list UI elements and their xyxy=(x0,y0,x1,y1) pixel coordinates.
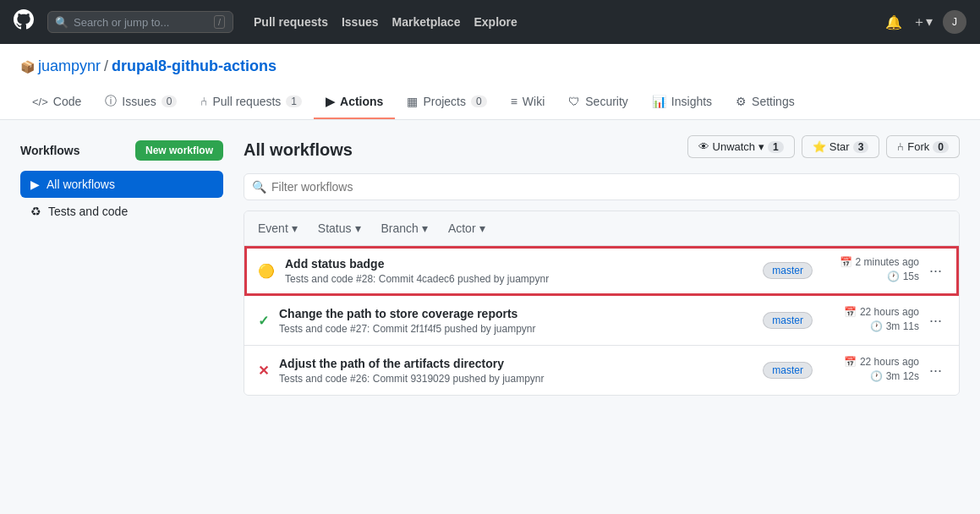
all-workflows-icon: ▶ xyxy=(30,178,40,191)
sidebar: Workflows New workflow ▶ All workflows ♻… xyxy=(20,140,223,396)
tab-actions[interactable]: ▶ Actions xyxy=(314,85,395,119)
event-chevron-icon: ▾ xyxy=(292,221,298,235)
search-input[interactable] xyxy=(74,16,209,29)
filter-input-wrapper: 🔍 xyxy=(244,173,960,200)
run-1-duration: 15s xyxy=(903,271,919,282)
repo-icon: 📦 xyxy=(20,60,35,74)
run-1-time-ago: 2 minutes ago xyxy=(856,256,919,268)
run-3-duration: 3m 12s xyxy=(886,370,919,382)
settings-icon: ⚙ xyxy=(736,95,747,108)
sidebar-item-all-workflows-label: All workflows xyxy=(47,178,115,191)
fork-button[interactable]: ⑃ Fork 0 xyxy=(886,135,960,158)
run-2-meta: Tests and code #27: Commit 2f1f4f5 pushe… xyxy=(279,323,749,335)
sidebar-item-tests-and-code[interactable]: ♻ Tests and code xyxy=(20,198,223,225)
search-icon: 🔍 xyxy=(55,16,68,29)
run-2-more-button[interactable]: ··· xyxy=(926,309,945,333)
avatar[interactable]: J xyxy=(943,10,966,34)
unwatch-count: 1 xyxy=(768,141,784,153)
fork-icon: ⑃ xyxy=(897,140,904,153)
run-3-title[interactable]: Adjust the path of the artifacts directo… xyxy=(279,357,749,370)
run-1-more-button[interactable]: ··· xyxy=(926,259,945,283)
repo-tabs: </> Code ⓘ Issues 0 ⑃ Pull requests 1 ▶ … xyxy=(20,85,960,119)
actions-icon: ▶ xyxy=(326,95,335,108)
run-3-more-button[interactable]: ··· xyxy=(926,358,945,383)
filter-status-button[interactable]: Status ▾ xyxy=(318,218,371,238)
clock-icon-3: 🕐 xyxy=(870,370,883,382)
fork-count: 0 xyxy=(933,141,949,153)
run-item-1: 🟡 Add status badge Tests and code #28: C… xyxy=(244,246,959,296)
runs-wrapper: Event ▾ Status ▾ Branch ▾ Actor ▾ 🟡 xyxy=(244,211,960,396)
breadcrumb: 📦 juampynr / drupal8-github-actions xyxy=(20,57,960,75)
clock-icon-2: 🕐 xyxy=(870,320,883,332)
run-1-branch[interactable]: master xyxy=(763,262,813,279)
search-box[interactable]: 🔍 / xyxy=(47,11,233,33)
top-navigation: 🔍 / Pull requests Issues Marketplace Exp… xyxy=(0,0,980,44)
nav-explore[interactable]: Explore xyxy=(474,15,517,29)
eye-icon: 👁 xyxy=(698,140,709,153)
tab-insights[interactable]: 📊 Insights xyxy=(640,85,724,119)
run-1-info: Add status badge Tests and code #28: Com… xyxy=(285,257,749,285)
issues-icon: ⓘ xyxy=(105,94,117,109)
repo-actions: 👁 Unwatch ▾ 1 ⭐ Star 3 ⑃ Fork 0 xyxy=(687,135,960,158)
run-1-status-icon: 🟡 xyxy=(258,263,275,279)
add-button[interactable]: ＋▾ xyxy=(912,14,933,31)
star-icon: ⭐ xyxy=(813,140,826,153)
unwatch-dropdown-icon: ▾ xyxy=(758,140,764,153)
filter-branch-button[interactable]: Branch ▾ xyxy=(381,218,438,238)
slash-shortcut: / xyxy=(214,15,225,29)
run-1-time: 📅 2 minutes ago 🕐 15s xyxy=(826,256,919,285)
run-3-status-icon: ✕ xyxy=(258,363,269,379)
projects-icon: ▦ xyxy=(407,95,418,108)
actor-chevron-icon: ▾ xyxy=(479,221,485,235)
run-2-duration: 3m 11s xyxy=(886,320,919,332)
run-3-branch[interactable]: master xyxy=(763,362,813,379)
run-2-branch[interactable]: master xyxy=(763,312,813,329)
github-logo[interactable] xyxy=(14,9,34,35)
breadcrumb-separator: / xyxy=(104,57,108,75)
star-count: 3 xyxy=(853,141,869,153)
filter-actor-button[interactable]: Actor ▾ xyxy=(448,218,495,238)
filter-event-button[interactable]: Event ▾ xyxy=(258,218,308,238)
calendar-icon-1: 📅 xyxy=(840,256,852,268)
notifications-button[interactable]: 🔔 xyxy=(885,14,902,30)
repo-name-link[interactable]: drupal8-github-actions xyxy=(112,57,276,75)
run-item-3: ✕ Adjust the path of the artifacts direc… xyxy=(244,346,959,395)
tab-projects[interactable]: ▦ Projects 0 xyxy=(395,85,498,119)
calendar-icon-3: 📅 xyxy=(844,356,857,368)
run-item-2: ✓ Change the path to store coverage repo… xyxy=(244,296,959,346)
tab-settings[interactable]: ⚙ Settings xyxy=(724,85,807,119)
clock-icon-1: 🕐 xyxy=(887,271,900,282)
filter-input[interactable] xyxy=(244,173,960,200)
status-chevron-icon: ▾ xyxy=(355,221,361,235)
sidebar-item-all-workflows[interactable]: ▶ All workflows xyxy=(20,171,223,198)
sidebar-item-tests-label: Tests and code xyxy=(48,205,128,218)
run-1-title[interactable]: Add status badge xyxy=(285,257,749,271)
star-label: Star xyxy=(829,140,850,153)
run-3-info: Adjust the path of the artifacts directo… xyxy=(279,357,749,385)
workflow-area: All workflows 🔍 Event ▾ Status ▾ Branch … xyxy=(244,140,960,396)
unwatch-button[interactable]: 👁 Unwatch ▾ 1 xyxy=(687,135,795,158)
run-2-time-ago: 22 hours ago xyxy=(860,306,919,318)
tab-security[interactable]: 🛡 Security xyxy=(556,85,640,119)
sidebar-header: Workflows New workflow xyxy=(20,140,223,161)
nav-marketplace[interactable]: Marketplace xyxy=(392,15,461,29)
tab-code[interactable]: </> Code xyxy=(20,85,93,119)
tab-pull-requests[interactable]: ⑃ Pull requests 1 xyxy=(189,85,314,119)
fork-label: Fork xyxy=(907,140,929,153)
security-icon: 🛡 xyxy=(568,95,580,108)
run-2-title[interactable]: Change the path to store coverage report… xyxy=(279,307,749,320)
wiki-icon: ≡ xyxy=(511,95,517,108)
tab-issues[interactable]: ⓘ Issues 0 xyxy=(93,85,189,119)
run-3-time: 📅 22 hours ago 🕐 3m 12s xyxy=(826,356,919,385)
run-2-time: 📅 22 hours ago 🕐 3m 11s xyxy=(826,306,919,335)
insights-icon: 📊 xyxy=(652,95,666,108)
new-workflow-button[interactable]: New workflow xyxy=(135,140,223,161)
nav-pull-requests[interactable]: Pull requests xyxy=(254,15,328,29)
star-button[interactable]: ⭐ Star 3 xyxy=(802,135,880,158)
nav-issues[interactable]: Issues xyxy=(342,15,379,29)
tests-icon: ♻ xyxy=(30,205,41,218)
owner-link[interactable]: juampynr xyxy=(38,57,101,75)
tab-wiki[interactable]: ≡ Wiki xyxy=(499,85,557,119)
unwatch-label: Unwatch xyxy=(713,140,756,153)
run-3-time-ago: 22 hours ago xyxy=(860,356,919,368)
